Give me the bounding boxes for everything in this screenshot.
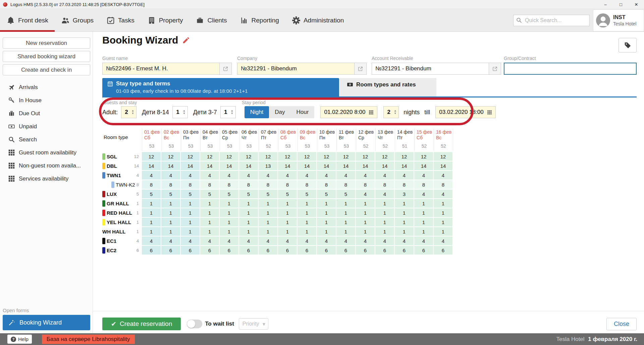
availability-cell[interactable]: 1 — [317, 208, 336, 217]
availability-cell[interactable]: 5 — [239, 190, 258, 198]
calendar-picker-icon[interactable] — [369, 110, 374, 115]
availability-cell[interactable]: 1 — [161, 199, 180, 208]
tags-button[interactable] — [619, 38, 637, 53]
availability-cell[interactable]: 1 — [336, 208, 355, 217]
availability-cell[interactable]: 12 — [239, 152, 258, 161]
availability-cell[interactable]: 1 — [434, 218, 452, 226]
account-receivable-field[interactable] — [372, 63, 489, 75]
availability-cell[interactable]: 1 — [336, 199, 355, 208]
sidebar-item-in-house[interactable]: In House — [0, 94, 93, 107]
availability-cell[interactable]: 12 — [356, 152, 375, 161]
mode-hour[interactable]: Hour — [291, 106, 315, 118]
availability-cell[interactable]: 5 — [200, 190, 219, 198]
checkin-datetime-field[interactable]: 01.02.2020 8:00 — [320, 106, 377, 118]
calendar-picker-icon[interactable] — [487, 110, 492, 115]
open-company-button[interactable] — [355, 63, 367, 75]
availability-cell[interactable]: 1 — [434, 227, 452, 236]
availability-cell[interactable]: 4 — [395, 236, 414, 245]
availability-cell[interactable]: 8 — [336, 180, 355, 189]
availability-cell[interactable]: 6 — [259, 246, 277, 255]
priority-dropdown[interactable]: Priority ▾ — [239, 318, 268, 330]
sidebar-item-non-guest-room-availability[interactable]: Non-guest room availa... — [0, 159, 93, 172]
group-contract-field[interactable] — [504, 63, 637, 75]
open-account-button[interactable] — [489, 63, 501, 75]
room-type-label[interactable]: YEL HALL1 — [102, 218, 142, 226]
availability-cell[interactable]: 4 — [239, 171, 258, 180]
availability-cell[interactable]: 12 — [395, 152, 414, 161]
tab-room-types-and-rates[interactable]: Room types and rates — [340, 78, 436, 96]
availability-cell[interactable]: 4 — [414, 171, 433, 180]
availability-cell[interactable]: 1 — [220, 199, 238, 208]
availability-cell[interactable]: 5 — [220, 190, 238, 198]
availability-cell[interactable]: 4 — [259, 236, 277, 245]
availability-cell[interactable]: 8 — [161, 180, 180, 189]
availability-cell[interactable]: 4 — [220, 236, 238, 245]
availability-cell[interactable]: 12 — [161, 152, 180, 161]
availability-cell[interactable]: 4 — [434, 236, 452, 245]
availability-cell[interactable]: 4 — [200, 171, 219, 180]
mode-night[interactable]: Night — [245, 106, 269, 118]
children-3-7-stepper[interactable]: 1 ▲▼ — [220, 106, 236, 118]
availability-cell[interactable]: 1 — [375, 227, 394, 236]
availability-cell[interactable]: 1 — [161, 227, 180, 236]
availability-cell[interactable]: 8 — [200, 180, 219, 189]
availability-cell[interactable]: 1 — [317, 227, 336, 236]
nav-reporting[interactable]: Reporting — [233, 9, 285, 32]
availability-cell[interactable]: 14 — [298, 161, 316, 170]
stepper-arrows[interactable]: ▲▼ — [183, 110, 185, 115]
availability-cell[interactable]: 4 — [317, 171, 336, 180]
availability-cell[interactable]: 8 — [298, 180, 316, 189]
availability-cell[interactable]: 6 — [317, 246, 336, 255]
availability-cell[interactable]: 12 — [317, 152, 336, 161]
availability-cell[interactable]: 4 — [298, 171, 316, 180]
availability-cell[interactable]: 6 — [434, 246, 452, 255]
availability-cell[interactable]: 14 — [336, 161, 355, 170]
availability-cell[interactable]: 4 — [414, 190, 433, 198]
availability-cell[interactable]: 6 — [278, 246, 297, 255]
availability-cell[interactable]: 6 — [356, 246, 375, 255]
availability-cell[interactable]: 5 — [142, 190, 161, 198]
availability-cell[interactable]: 1 — [200, 208, 219, 217]
availability-cell[interactable]: 1 — [356, 227, 375, 236]
availability-cell[interactable]: 1 — [259, 199, 277, 208]
availability-cell[interactable]: 1 — [181, 227, 200, 236]
availability-cell[interactable]: 1 — [142, 218, 161, 226]
availability-cell[interactable]: 12 — [414, 152, 433, 161]
availability-cell[interactable]: 1 — [200, 227, 219, 236]
availability-cell[interactable]: 14 — [161, 161, 180, 170]
availability-cell[interactable]: 1 — [414, 218, 433, 226]
availability-cell[interactable]: 14 — [414, 161, 433, 170]
availability-cell[interactable]: 1 — [356, 199, 375, 208]
availability-cell[interactable]: 14 — [317, 161, 336, 170]
sidebar-item-unpaid[interactable]: Unpaid — [0, 120, 93, 133]
availability-cell[interactable]: 1 — [181, 199, 200, 208]
availability-cell[interactable]: 4 — [434, 171, 452, 180]
availability-cell[interactable]: 8 — [142, 180, 161, 189]
close-button[interactable]: Close — [606, 318, 637, 330]
availability-cell[interactable]: 12 — [142, 152, 161, 161]
room-type-label[interactable]: DBL14 — [102, 161, 142, 170]
availability-cell[interactable]: 14 — [434, 161, 452, 170]
maximize-button[interactable]: □ — [613, 0, 629, 9]
stepper-arrows[interactable]: ▲▼ — [394, 110, 396, 115]
availability-cell[interactable]: 4 — [278, 236, 297, 245]
availability-cell[interactable]: 1 — [317, 218, 336, 226]
availability-cell[interactable]: 13 — [259, 161, 277, 170]
availability-cell[interactable]: 8 — [414, 180, 433, 189]
availability-cell[interactable]: 4 — [375, 236, 394, 245]
availability-cell[interactable]: 1 — [220, 208, 238, 217]
availability-cell[interactable]: 5 — [298, 190, 316, 198]
availability-cell[interactable]: 4 — [414, 236, 433, 245]
availability-cell[interactable]: 1 — [259, 208, 277, 217]
availability-cell[interactable]: 1 — [414, 208, 433, 217]
availability-cell[interactable]: 1 — [356, 218, 375, 226]
availability-cell[interactable]: 14 — [142, 161, 161, 170]
availability-cell[interactable]: 4 — [395, 171, 414, 180]
create-and-check-in-button[interactable]: Create and check in — [3, 64, 90, 75]
availability-cell[interactable]: 4 — [356, 171, 375, 180]
availability-cell[interactable]: 8 — [356, 180, 375, 189]
availability-cell[interactable]: 5 — [259, 190, 277, 198]
availability-cell[interactable]: 1 — [298, 227, 316, 236]
availability-cell[interactable]: 5 — [336, 190, 355, 198]
availability-cell[interactable]: 1 — [220, 218, 238, 226]
